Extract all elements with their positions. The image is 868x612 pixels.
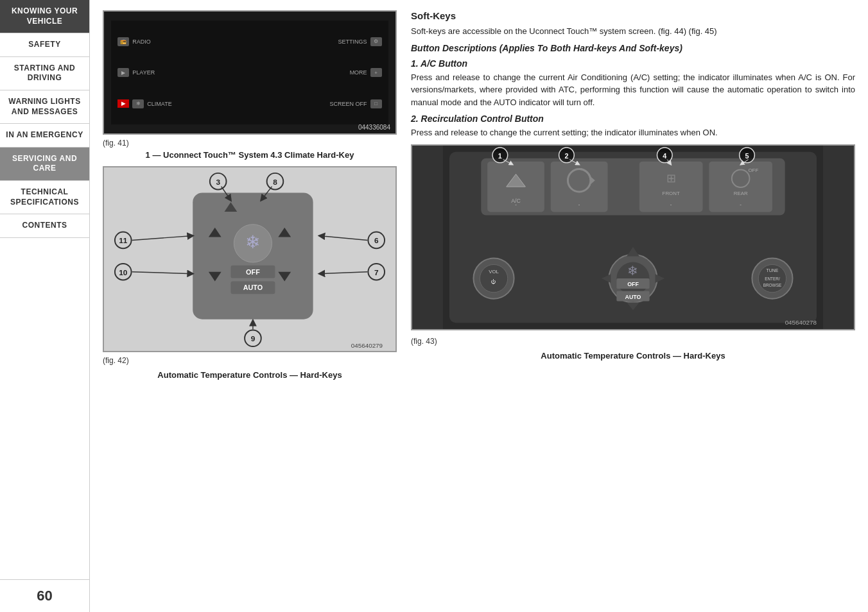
svg-text:045640279: 045640279 xyxy=(351,342,383,349)
svg-text:2: 2 xyxy=(564,151,568,159)
svg-text:5: 5 xyxy=(745,151,749,159)
item2-body: Press and release to change the current … xyxy=(411,126,855,139)
left-column: 📻 RADIO ▶ PLAYER ▶ ❄ CLIMATE xyxy=(90,0,404,612)
fig43-label: (fig. 43) xyxy=(411,337,437,346)
sidebar-item-contents[interactable]: CONTENTS xyxy=(0,214,89,238)
figure-41-box: 📻 RADIO ▶ PLAYER ▶ ❄ CLIMATE xyxy=(103,10,397,135)
item1-title: 1. A/C Button xyxy=(411,58,855,69)
more-icon: + xyxy=(370,68,382,77)
soft-keys-body: Soft-keys are accessible on the Uconnect… xyxy=(411,25,855,38)
svg-text:AUTO: AUTO xyxy=(625,293,641,300)
soft-keys-title: Soft-Keys xyxy=(411,10,855,21)
sidebar: KNOWING YOUR VEHICLE SAFETY STARTING AND… xyxy=(0,0,90,612)
radio-button: 📻 RADIO xyxy=(117,37,257,46)
sidebar-item-starting[interactable]: STARTING AND DRIVING xyxy=(0,57,89,90)
fig42-caption: Automatic Temperature Controls — Hard-Ke… xyxy=(103,370,397,380)
sidebar-item-servicing[interactable]: SERVICING AND CARE xyxy=(0,148,89,181)
fig42-label: (fig. 42) xyxy=(103,356,397,365)
player-icon: ▶ xyxy=(117,68,129,77)
svg-text:FRONT: FRONT xyxy=(663,190,680,196)
climate-button: ▶ ❄ CLIMATE xyxy=(117,99,257,108)
svg-text:OFF: OFF xyxy=(246,268,260,276)
button-desc-title: Button Descriptions (Applies To Both Har… xyxy=(411,43,855,53)
svg-text:-: - xyxy=(578,201,580,207)
player-button: ▶ PLAYER xyxy=(117,68,257,77)
item2-title: 2. Recirculation Control Button xyxy=(411,114,855,124)
screen-right-buttons: SETTINGS ⚙ MORE + SCREEN OFF □ xyxy=(264,21,388,124)
svg-text:ENTER/: ENTER/ xyxy=(765,276,780,281)
soft-keys-section: Soft-Keys Soft-keys are accessible on th… xyxy=(411,10,855,139)
svg-text:⏻: ⏻ xyxy=(491,278,496,284)
svg-text:AUTO: AUTO xyxy=(243,284,263,291)
settings-button: SETTINGS ⚙ xyxy=(338,37,382,46)
figure-42-box: ❄ OFF AUTO 3 xyxy=(103,166,397,352)
sidebar-item-warning[interactable]: WARNING LIGHTS AND MESSAGES xyxy=(0,90,89,124)
figure-43-box: - A/C - ⊞ FRONT - OFF REAR - xyxy=(411,144,855,330)
climate-arrow: ▶ xyxy=(117,99,129,108)
right-column: Soft-Keys Soft-keys are accessible on th… xyxy=(404,0,868,612)
screen-off-button: SCREEN OFF □ xyxy=(330,99,382,108)
svg-text:-: - xyxy=(740,201,742,207)
svg-text:❄: ❄ xyxy=(628,264,639,278)
svg-text:8: 8 xyxy=(273,178,277,187)
svg-text:A/C: A/C xyxy=(511,197,521,203)
main-content: 📻 RADIO ▶ PLAYER ▶ ❄ CLIMATE xyxy=(90,0,868,612)
svg-text:TUNE: TUNE xyxy=(767,268,779,273)
svg-text:REAR: REAR xyxy=(734,190,748,196)
svg-text:OFF: OFF xyxy=(627,280,639,287)
fig43-caption: Automatic Temperature Controls — Hard-Ke… xyxy=(411,351,855,361)
svg-text:045640278: 045640278 xyxy=(785,319,817,326)
svg-text:OFF: OFF xyxy=(749,167,759,173)
screen-left-buttons: 📻 RADIO ▶ PLAYER ▶ ❄ CLIMATE xyxy=(111,21,263,124)
sidebar-item-safety[interactable]: SAFETY xyxy=(0,33,89,57)
figure-41-image: 📻 RADIO ▶ PLAYER ▶ ❄ CLIMATE xyxy=(104,12,395,133)
svg-text:6: 6 xyxy=(374,236,379,245)
svg-text:3: 3 xyxy=(216,178,220,187)
svg-text:⊞: ⊞ xyxy=(666,172,676,185)
svg-text:7: 7 xyxy=(374,268,379,277)
svg-text:9: 9 xyxy=(251,334,256,343)
fig43-labels-row: (fig. 43) xyxy=(411,337,855,348)
climate-icon: ❄ xyxy=(132,99,144,108)
svg-text:4: 4 xyxy=(663,151,666,159)
screen-off-icon: □ xyxy=(370,99,382,108)
item1-body: Press and release to change the current … xyxy=(411,71,855,109)
radio-icon: 📻 xyxy=(117,37,129,46)
svg-text:VOL: VOL xyxy=(489,269,499,275)
sidebar-item-knowing[interactable]: KNOWING YOUR VEHICLE xyxy=(0,0,89,33)
svg-text:1: 1 xyxy=(498,151,502,159)
svg-text:❄: ❄ xyxy=(245,232,260,252)
sidebar-item-emergency[interactable]: IN AN EMERGENCY xyxy=(0,124,89,148)
figure-42-svg: ❄ OFF AUTO 3 xyxy=(104,167,395,351)
sidebar-item-technical[interactable]: TECHNICAL SPECIFICATIONS xyxy=(0,181,89,214)
more-button: MORE + xyxy=(350,68,382,77)
svg-text:10: 10 xyxy=(119,268,128,277)
figure-43-svg: - A/C - ⊞ FRONT - OFF REAR - xyxy=(412,146,854,329)
svg-text:BROWSE: BROWSE xyxy=(763,282,781,287)
page-number: 60 xyxy=(0,579,89,612)
fig41-caption: 1 — Uconnect Touch™ System 4.3 Climate H… xyxy=(103,150,397,160)
fig41-label: (fig. 41) xyxy=(103,139,397,148)
fig41-code: 044336084 xyxy=(356,123,393,132)
uconnect-screen: 📻 RADIO ▶ PLAYER ▶ ❄ CLIMATE xyxy=(111,21,388,124)
svg-text:-: - xyxy=(670,201,672,207)
settings-icon: ⚙ xyxy=(370,37,382,46)
svg-text:11: 11 xyxy=(119,236,128,245)
